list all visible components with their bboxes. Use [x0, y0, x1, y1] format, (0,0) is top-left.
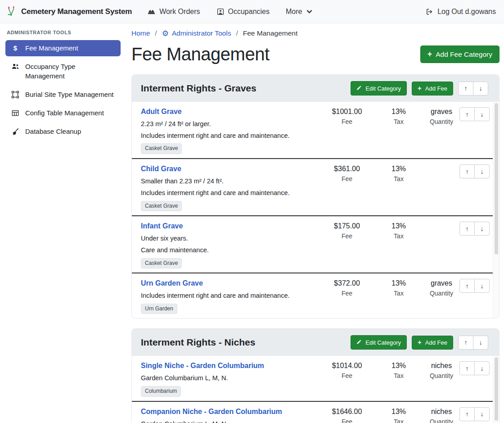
fee-tax-col: 13% Tax	[374, 107, 423, 125]
breadcrumb-separator: /	[155, 29, 157, 37]
sidebar-item-database-cleanup[interactable]: Database Cleanup	[5, 123, 121, 140]
quantity-label: Quantity	[423, 290, 459, 297]
fee-name-link[interactable]: Adult Grave	[141, 107, 182, 117]
breadcrumb-admin-tools[interactable]: ⚙ Administrator Tools	[162, 29, 231, 37]
fee-type-badge: Casket Grave	[141, 143, 182, 154]
fee-quantity-col	[423, 164, 459, 165]
page: Cemetery Management System Work Orders	[0, 0, 504, 423]
fee-quantity: niches	[423, 362, 459, 370]
move-fee-down-button[interactable]: ↓	[474, 222, 490, 236]
logout-link[interactable]: Log Out d.gowans	[425, 8, 496, 16]
move-fee-up-button[interactable]: ↑	[459, 164, 475, 178]
layout: ADMINISTRATOR TOOLS $ Fee Management	[0, 23, 504, 423]
move-category-down-button[interactable]: ↓	[473, 82, 488, 96]
arrow-up-icon: ↑	[466, 410, 469, 418]
fee-description: Under six years.	[141, 234, 320, 243]
fee-reorder-group: ↑ ↓	[459, 279, 490, 293]
fee-quantity: graves	[423, 108, 459, 116]
fee-row: Infant Grave Under six years. Care and m…	[132, 215, 493, 273]
move-category-up-button[interactable]: ↑	[458, 82, 473, 96]
pencil-icon	[356, 85, 362, 91]
fee-amount: $372.00	[320, 279, 374, 287]
move-fee-up-button[interactable]: ↑	[459, 361, 475, 375]
move-fee-up-button[interactable]: ↑	[459, 407, 475, 421]
fee-description: Smaller than 2.23 m² / 24 ft².	[141, 177, 320, 186]
users-icon	[11, 63, 20, 70]
scrollbar-thumb[interactable]	[495, 357, 498, 420]
fee-quantity-col: graves Quantity	[423, 107, 459, 125]
move-fee-down-button[interactable]: ↓	[474, 279, 490, 293]
arrow-up-icon: ↑	[466, 111, 469, 118]
move-fee-up-button[interactable]: ↑	[459, 222, 475, 236]
nav-more[interactable]: More	[286, 8, 312, 16]
main-content: Home / ⚙ Administrator Tools / Fee Manag…	[126, 23, 504, 423]
move-fee-down-button[interactable]: ↓	[474, 164, 490, 178]
arrow-down-icon: ↓	[481, 365, 484, 372]
sidebar-item-occupancy-type-management[interactable]: Occupancy Type Management	[5, 59, 121, 84]
nav-occupancies[interactable]: Occupancies	[216, 8, 270, 16]
sidebar-heading: ADMINISTRATOR TOOLS	[5, 30, 121, 40]
fee-label: Fee	[320, 118, 374, 125]
hard-hat-icon	[147, 8, 156, 15]
scrollbar-thumb[interactable]	[495, 103, 498, 255]
fee-reorder-group: ↑ ↓	[459, 222, 490, 236]
move-fee-down-button[interactable]: ↓	[474, 407, 490, 421]
add-fee-button[interactable]: + Add Fee	[412, 82, 453, 96]
add-fee-button[interactable]: + Add Fee	[412, 336, 453, 350]
fee-amount-col: $175.00 Fee	[320, 222, 374, 240]
brand-title: Cemetery Management System	[21, 7, 132, 16]
fee-label: Fee	[320, 232, 374, 240]
nav-label: More	[286, 8, 302, 16]
fee-row: Urn Garden Grave Includes interment righ…	[132, 273, 493, 318]
quantity-label: Quantity	[423, 372, 459, 379]
fee-row: Companion Niche - Garden Columbarium Gar…	[132, 401, 493, 423]
move-fee-up-button[interactable]: ↑	[459, 279, 475, 293]
move-category-up-button[interactable]: ↑	[458, 336, 473, 350]
move-fee-down-button[interactable]: ↓	[474, 361, 490, 375]
fee-name-link[interactable]: Urn Garden Grave	[141, 279, 203, 288]
tax-label: Tax	[374, 232, 423, 240]
fee-reorder-group: ↑ ↓	[459, 407, 490, 421]
fee-tax-col: 13% Tax	[374, 222, 423, 240]
move-category-down-button[interactable]: ↓	[473, 336, 488, 350]
move-fee-down-button[interactable]: ↓	[474, 107, 490, 121]
nav-work-orders[interactable]: Work Orders	[147, 8, 200, 16]
tax-label: Tax	[374, 175, 423, 182]
sidebar-item-label: Database Cleanup	[25, 127, 81, 136]
breadcrumb-home[interactable]: Home	[131, 29, 150, 37]
tax-label: Tax	[374, 290, 423, 297]
fee-name-link[interactable]: Single Niche - Garden Columbarium	[141, 361, 264, 371]
sidebar-item-label: Occupancy Type Management	[25, 62, 115, 81]
fee-quantity-col: niches Quantity	[423, 407, 459, 423]
category-actions: Edit Category + Add Fee ↑ ↓	[351, 81, 488, 96]
move-fee-up-button[interactable]: ↑	[459, 107, 475, 121]
category-actions: Edit Category + Add Fee ↑ ↓	[351, 335, 488, 350]
fee-description: Garden Columbarium L, M, N.	[141, 420, 320, 423]
category-body: Single Niche - Garden Columbarium Garden…	[132, 356, 499, 423]
fee-description: Garden Columbarium L, M, N.	[141, 374, 320, 382]
fee-quantity: niches	[423, 408, 459, 416]
sidebar-item-config-table-management[interactable]: Config Table Management	[5, 105, 121, 121]
fee-name-link[interactable]: Infant Grave	[141, 222, 183, 231]
category-reorder-group: ↑ ↓	[458, 82, 488, 96]
plus-icon: +	[428, 51, 432, 57]
arrow-up-icon: ↑	[466, 282, 469, 290]
fee-name-link[interactable]: Child Grave	[141, 164, 181, 174]
fee-amount: $1014.00	[320, 362, 374, 370]
edit-category-button[interactable]: Edit Category	[351, 81, 407, 96]
category-header: Interment Rights - Graves Edit Category …	[132, 75, 499, 102]
sidebar-item-fee-management[interactable]: $ Fee Management	[5, 40, 121, 56]
fee-name-link[interactable]: Companion Niche - Garden Columbarium	[141, 407, 282, 417]
sidebar-item-burial-site-type-management[interactable]: Burial Site Type Management	[5, 86, 121, 103]
brand[interactable]: Cemetery Management System	[5, 5, 132, 18]
edit-category-button[interactable]: Edit Category	[351, 335, 407, 350]
fee-row: Single Niche - Garden Columbarium Garden…	[132, 356, 493, 400]
fee-info: Urn Garden Grave Includes interment righ…	[141, 279, 320, 314]
card-scrollbar[interactable]	[493, 102, 499, 318]
fee-quantity-col	[423, 222, 459, 222]
fee-label: Fee	[320, 290, 374, 297]
card-scrollbar[interactable]	[493, 356, 499, 423]
add-fee-category-button[interactable]: + Add Fee Category	[420, 45, 500, 64]
nav-label: Work Orders	[159, 8, 200, 16]
fee-tax: 13%	[374, 165, 423, 173]
